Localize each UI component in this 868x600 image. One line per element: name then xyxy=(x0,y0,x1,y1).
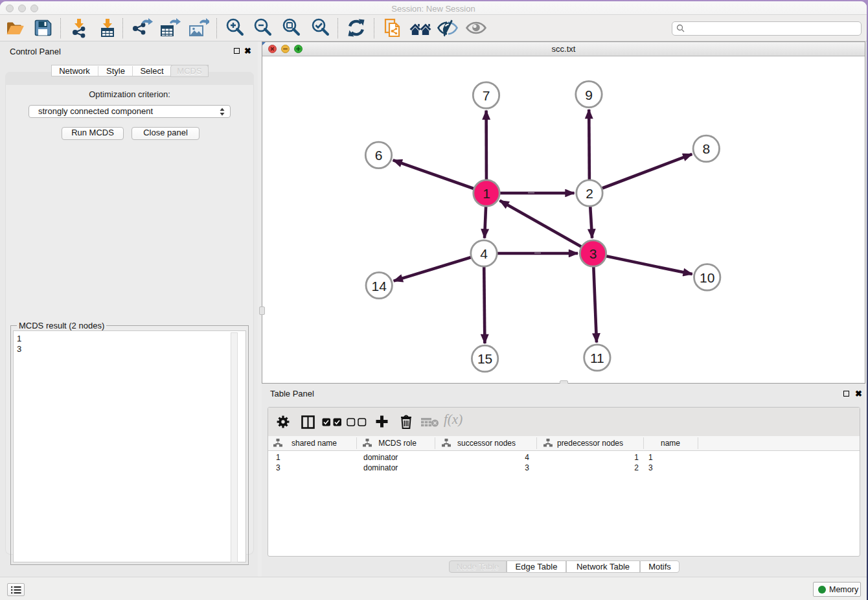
svg-text:14: 14 xyxy=(372,279,387,294)
svg-text:8: 8 xyxy=(702,141,710,156)
svg-text:1: 1 xyxy=(483,186,490,201)
svg-text:3: 3 xyxy=(589,246,597,261)
svg-text:4: 4 xyxy=(480,246,488,261)
svg-text:9: 9 xyxy=(585,87,593,102)
svg-text:6: 6 xyxy=(375,148,383,163)
svg-text:7: 7 xyxy=(483,88,490,103)
svg-text:10: 10 xyxy=(700,270,714,285)
svg-text:11: 11 xyxy=(590,351,604,365)
svg-text:2: 2 xyxy=(586,186,593,201)
svg-text:15: 15 xyxy=(477,351,492,366)
